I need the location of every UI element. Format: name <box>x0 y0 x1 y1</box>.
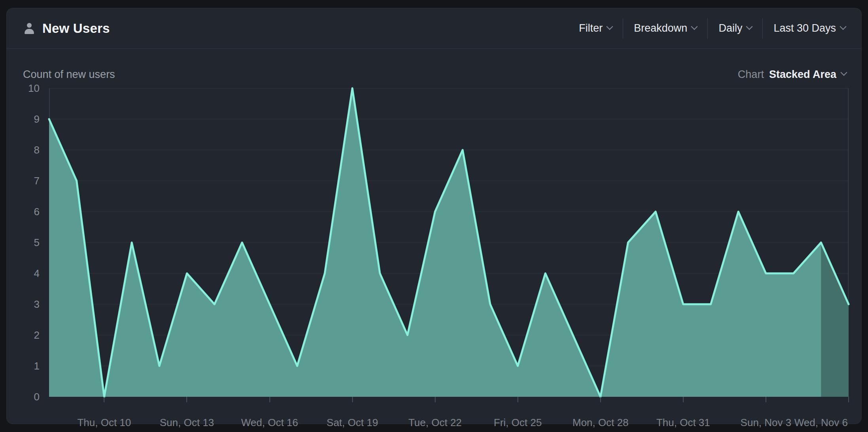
user-icon <box>23 23 35 34</box>
x-axis-tick <box>104 397 104 402</box>
chart-type-caption: Chart <box>738 68 764 81</box>
chevron-down-icon <box>691 23 698 30</box>
x-axis-tick-label: Wed, Nov 6 <box>794 416 848 429</box>
breakdown-dropdown[interactable]: Breakdown <box>634 22 697 34</box>
y-axis-tick-label: 2 <box>7 329 40 341</box>
divider <box>707 18 708 39</box>
x-axis-tick-label: Mon, Oct 28 <box>572 416 629 429</box>
y-axis-tick-label: 1 <box>7 360 40 372</box>
card-header: New Users Filter Breakdown Daily Last 30… <box>7 8 861 49</box>
x-axis-tick-label: Sun, Oct 13 <box>160 416 214 429</box>
y-axis-tick-label: 8 <box>7 144 40 156</box>
metric-label: Count of new users <box>23 68 115 81</box>
y-axis-tick-label: 5 <box>7 236 40 249</box>
y-axis-tick-label: 6 <box>7 205 40 218</box>
y-axis-tick-label: 4 <box>7 267 40 280</box>
x-axis-tick <box>848 397 849 402</box>
chart-subheader: Count of new users Chart Stacked Area <box>7 57 861 92</box>
y-axis-tick-label: 9 <box>7 113 40 125</box>
x-axis-tick-label: Sat, Oct 19 <box>327 416 378 429</box>
x-axis-tick <box>683 397 684 402</box>
new-users-card: New Users Filter Breakdown Daily Last 30… <box>6 8 862 424</box>
x-axis-tick <box>766 397 766 402</box>
x-axis-tick-label: Sun, Nov 3 <box>741 416 792 429</box>
y-axis-tick-label: 3 <box>7 298 40 311</box>
y-axis-tick-label: 7 <box>7 174 40 187</box>
y-axis-tick-label: 10 <box>7 82 40 95</box>
x-axis-tick <box>435 397 436 402</box>
x-axis-tick <box>352 397 353 402</box>
header-controls: Filter Breakdown Daily Last 30 Days <box>579 18 845 39</box>
filter-label: Filter <box>579 22 603 34</box>
title-group: New Users <box>23 21 110 36</box>
x-axis-tick-label: Thu, Oct 31 <box>656 416 710 429</box>
x-axis-tick <box>600 397 601 402</box>
chart-plot-area[interactable] <box>49 88 849 397</box>
granularity-dropdown[interactable]: Daily <box>718 22 752 34</box>
x-axis-tick-label: Fri, Oct 25 <box>494 416 542 429</box>
y-axis-tick-label: 0 <box>7 390 40 403</box>
divider <box>762 18 763 39</box>
chart-type-value: Stacked Area <box>769 68 836 81</box>
date-range-label: Last 30 Days <box>773 22 836 34</box>
chevron-down-icon <box>841 69 847 76</box>
date-range-dropdown[interactable]: Last 30 Days <box>773 22 845 34</box>
page-title: New Users <box>42 21 110 36</box>
x-axis-tick-label: Tue, Oct 22 <box>408 416 462 429</box>
breakdown-label: Breakdown <box>634 22 687 34</box>
x-axis-tick <box>269 397 270 402</box>
chart-type-selector[interactable]: Chart Stacked Area <box>738 68 846 81</box>
filter-dropdown[interactable]: Filter <box>579 22 612 34</box>
x-axis-tick-label: Thu, Oct 10 <box>77 416 131 429</box>
x-axis-tick-label: Wed, Oct 16 <box>241 416 298 429</box>
chevron-down-icon <box>606 23 613 30</box>
granularity-label: Daily <box>718 22 742 34</box>
x-axis-tick <box>517 397 518 402</box>
divider <box>623 18 623 39</box>
x-axis-tick <box>186 397 187 402</box>
chevron-down-icon <box>840 23 847 30</box>
area-chart-canvas[interactable] <box>49 88 849 397</box>
chevron-down-icon <box>746 23 753 30</box>
